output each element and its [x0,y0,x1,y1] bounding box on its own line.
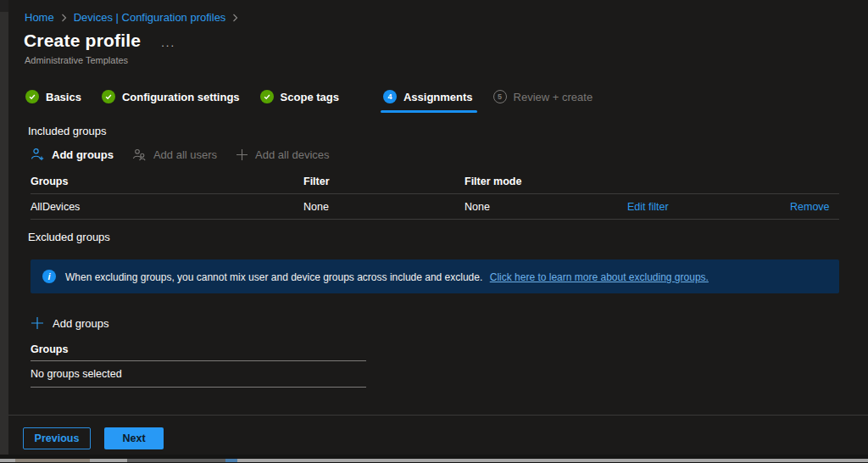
add-all-users-button[interactable]: Add all users [132,148,217,161]
tab-assignments[interactable]: 4 Assignments [383,90,473,105]
learn-more-link[interactable]: Click here to learn more about excluding… [490,271,709,283]
info-banner-text: When excluding groups, you cannot mix us… [65,271,482,283]
edit-filter-link[interactable]: Edit filter [627,201,790,213]
excluded-groups-table: Groups No groups selected [31,338,366,388]
footer-divider [8,415,868,416]
page-title: Create profile [24,31,141,51]
plus-icon [236,148,248,161]
breadcrumb-config-profiles-link[interactable]: Devices | Configuration profiles [74,11,226,24]
check-icon [260,90,274,103]
excluded-add-groups-label: Add groups [53,317,109,330]
cell-filter-mode: None [465,201,627,213]
step-number-badge: 5 [493,90,507,103]
check-icon [25,90,39,103]
next-button[interactable]: Next [104,427,164,449]
more-menu-icon[interactable]: ... [161,36,175,49]
table-header-row: Groups Filter Filter mode [31,170,839,194]
included-groups-toolbar: Add groups Add all users Add all devices [31,148,330,161]
breadcrumb: Home Devices | Configuration profiles [25,11,238,24]
info-icon: i [42,270,56,283]
step-number-badge: 4 [383,90,397,103]
empty-state-text: No groups selected [31,361,366,388]
people-icon [132,148,147,161]
tab-basics-label: Basics [46,91,81,103]
excluded-add-groups-button[interactable]: Add groups [31,316,109,330]
add-groups-label: Add groups [52,148,114,161]
person-add-icon [31,148,45,161]
footer: Previous Next [23,427,164,449]
included-groups-table: Groups Filter Filter mode AllDevices Non… [31,170,839,220]
plus-icon [31,316,44,330]
tab-configuration-settings[interactable]: Configuration settings [102,90,240,105]
add-all-users-label: Add all users [153,148,217,161]
column-header-filter: Filter [303,176,465,187]
chevron-right-icon [61,14,67,22]
tab-basics[interactable]: Basics [25,90,81,105]
title-row: Create profile ... [24,31,175,51]
tab-configuration-settings-label: Configuration settings [122,91,240,103]
tab-review-create: 5 Review + create [493,90,593,105]
page-subtitle: Administrative Templates [25,55,128,65]
chevron-right-icon [232,14,238,22]
previous-button[interactable]: Previous [23,427,91,449]
create-profile-page: Home Devices | Configuration profiles Cr… [0,0,868,463]
included-groups-heading: Included groups [28,125,107,137]
info-banner: i When excluding groups, you cannot mix … [31,259,839,293]
wizard-steps: Basics Configuration settings Scope tags… [25,90,593,105]
add-groups-button[interactable]: Add groups [31,148,114,161]
column-header-groups: Groups [31,338,366,361]
tab-assignments-label: Assignments [403,91,473,103]
cell-group-name: AllDevices [31,201,303,213]
column-header-groups: Groups [31,176,303,187]
tab-scope-tags-label: Scope tags [281,91,339,103]
cell-filter: None [303,201,465,213]
check-icon [102,90,115,103]
table-row: AllDevices None None Edit filter Remove [31,194,839,220]
excluded-groups-heading: Excluded groups [28,231,110,243]
tab-scope-tags[interactable]: Scope tags [260,90,339,105]
left-pane-edge [0,0,8,463]
tab-review-create-label: Review + create [514,91,593,103]
remove-link[interactable]: Remove [790,201,839,213]
column-header-filter-mode: Filter mode [465,176,627,187]
left-pane-notch [0,0,8,12]
add-all-devices-label: Add all devices [255,148,329,161]
breadcrumb-home-link[interactable]: Home [25,11,54,24]
add-all-devices-button[interactable]: Add all devices [236,148,329,161]
